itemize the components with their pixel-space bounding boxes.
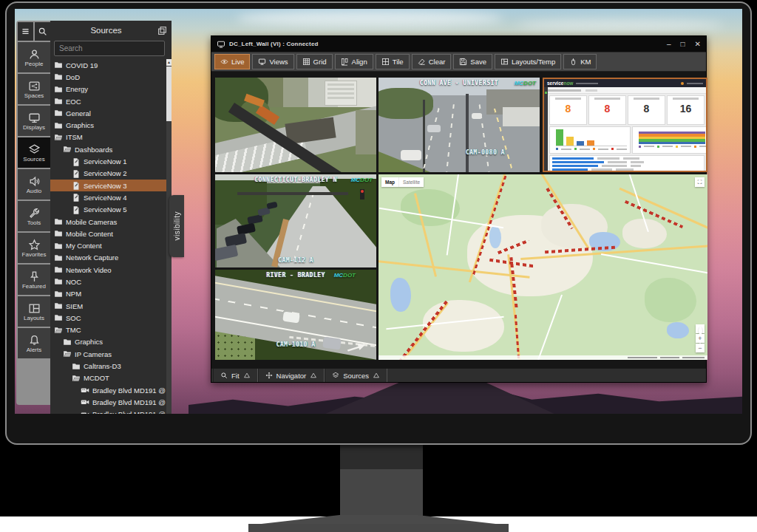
video-tile-servicenow-dashboard[interactable]: servicenow 88816 <box>543 78 707 172</box>
tree-item[interactable]: Caltrans-D3 <box>50 360 172 372</box>
search-button[interactable] <box>35 22 50 41</box>
maximize-button[interactable]: □ <box>681 41 685 48</box>
tree-item[interactable]: EOC <box>50 95 172 107</box>
decorative-shape <box>547 89 581 92</box>
tree-item[interactable]: ServiceNow 5 <box>50 204 172 216</box>
tree-item[interactable]: ServiceNow 4 <box>50 191 172 203</box>
wrench-icon <box>28 207 41 219</box>
traffic-map-tile[interactable]: Map Satellite ⛶ + − <box>378 174 707 360</box>
tree-item[interactable]: Graphics <box>50 119 172 131</box>
statusbar-fit-button[interactable]: Fit <box>213 369 258 382</box>
tree-item-label: TMC <box>66 326 81 334</box>
collapse-triangle-icon[interactable] <box>243 372 251 379</box>
tree-item[interactable]: Bradley Blvd MD191 @ Con... <box>50 384 172 396</box>
scrollbar-thumb[interactable] <box>166 66 172 121</box>
sidebar-item-displays[interactable]: Displays <box>18 106 50 136</box>
sidebar-item-featured[interactable]: Featured <box>18 265 50 295</box>
sidebar-item-audio[interactable]: Audio <box>18 169 50 200</box>
visibility-tab[interactable]: visibility <box>169 195 184 257</box>
tree-item-label: ITSM <box>66 133 83 141</box>
tree-item-label: EOC <box>66 98 81 106</box>
tree-item[interactable]: Network Capture <box>50 252 172 264</box>
toolbar-live-button[interactable]: Live <box>214 54 250 69</box>
sidebar-item-alerts[interactable]: Alerts <box>18 328 50 358</box>
tree-item[interactable]: COVID 19 <box>50 59 172 71</box>
map-button[interactable]: Map <box>381 177 398 187</box>
tree-item[interactable]: Graphics <box>50 336 172 348</box>
folder-icon <box>54 301 63 310</box>
statusbar-navigator-button[interactable]: Navigator <box>258 369 325 382</box>
folder-icon <box>63 338 72 347</box>
video-tile-connecticut-bradley[interactable]: CONNECTICUT-BRADLEY N MCDOT CAM-112 A <box>215 174 376 267</box>
close-button[interactable]: ✕ <box>695 41 701 48</box>
kpi-value: 8 <box>644 103 650 115</box>
tree-item[interactable]: SOC <box>50 312 172 324</box>
tree-item[interactable]: NOC <box>50 276 172 287</box>
sidebar-item-people[interactable]: People <box>18 42 50 72</box>
kpi-card: 16 <box>667 95 705 125</box>
collapse-triangle-icon[interactable] <box>310 372 317 379</box>
tree-item[interactable]: NPM <box>50 288 172 300</box>
tree-item[interactable]: TMC <box>50 324 172 336</box>
tree-item-label: Graphics <box>66 121 94 129</box>
menu-button[interactable] <box>18 22 33 41</box>
toolbar-align-button[interactable]: Align <box>335 54 373 69</box>
toolbar-km-button[interactable]: KM <box>563 54 597 69</box>
tree-item[interactable]: IP Cameras <box>50 348 172 360</box>
camera-icon <box>81 398 89 406</box>
sidebar-item-spaces[interactable]: Spaces <box>18 74 50 104</box>
video-tile-aerial-train[interactable] <box>215 78 376 172</box>
servicenow-header: servicenow <box>544 79 706 87</box>
decorative-shape <box>552 165 702 167</box>
tree-item[interactable]: ServiceNow 3 <box>50 180 172 191</box>
search-input[interactable] <box>54 41 165 56</box>
toolbar-clear-button[interactable]: Clear <box>412 54 452 69</box>
toolbar-layouts-temp-button[interactable]: Layouts/Temp <box>495 54 561 69</box>
window-title: DC_Left_Wall (VI) : Connected <box>229 41 657 47</box>
tree-item[interactable]: SIEM <box>50 300 172 312</box>
collapse-triangle-icon[interactable] <box>373 372 380 379</box>
tree-item[interactable]: Bradley Blvd MD191 @ Wi... <box>50 409 172 414</box>
toolbar-tile-button[interactable]: Tile <box>376 54 410 69</box>
sidebar-item-favorites[interactable]: Favorites <box>18 233 50 263</box>
tree-item[interactable]: DoD <box>50 71 172 83</box>
tree-item[interactable]: Dashboards <box>50 143 172 155</box>
video-tile-river-bradley[interactable]: RIVER - BRADLEY MCDOT CAM-1010 A <box>215 270 376 360</box>
sidebar-item-layouts[interactable]: Layouts <box>18 296 50 327</box>
toolbar-save-button[interactable]: Save <box>453 54 492 69</box>
toolbar-views-button[interactable]: Views <box>252 54 293 69</box>
sidebar-item-tools[interactable]: Tools <box>18 201 50 231</box>
servicenow-dashboard-body: 88816 <box>548 94 706 171</box>
tree-item[interactable]: Energy <box>50 83 172 95</box>
servicenow-logo: servicenow <box>547 79 573 87</box>
video-tile-conn-ave[interactable]: CONN AVE - UNIVERSIT MCDOT CAM-0080 A <box>378 78 540 172</box>
zoom-in-button[interactable]: + <box>696 334 705 343</box>
statusbar-sources-button[interactable]: Sources <box>325 369 387 382</box>
pegman-button[interactable] <box>696 324 705 333</box>
tree-item[interactable]: ServiceNow 1 <box>50 155 172 167</box>
toolbar-grid-button[interactable]: Grid <box>296 54 333 69</box>
tree-item[interactable]: MCDOT <box>50 372 172 384</box>
tree-item[interactable]: ITSM <box>50 132 172 143</box>
minimize-button[interactable]: – <box>667 41 671 48</box>
zoom-out-button[interactable]: − <box>696 344 705 352</box>
tree-item[interactable]: ServiceNow 2 <box>50 168 172 180</box>
decorative-shape <box>657 146 659 148</box>
tree-item-label: Bradley Blvd MD191 @ Con... <box>92 386 172 395</box>
tree-item[interactable]: General <box>50 107 172 119</box>
satellite-button[interactable]: Satellite <box>398 177 424 187</box>
map-fullscreen-button[interactable]: ⛶ <box>695 177 705 187</box>
tree-item[interactable]: Mobile Content <box>50 228 172 239</box>
tree-item[interactable]: Network Video <box>50 264 172 276</box>
tree-item[interactable]: Mobile Cameras <box>50 216 172 228</box>
decorative-shape <box>593 148 595 150</box>
tree-item[interactable]: My Content <box>50 239 172 251</box>
duplicate-panel-icon[interactable] <box>157 26 167 35</box>
decorative-shape <box>574 148 577 150</box>
kpi-card: 8 <box>549 95 587 125</box>
incident-bar-chart <box>549 126 631 154</box>
tree-item[interactable]: Bradley Blvd MD191 @ Rive... <box>50 396 172 408</box>
sidebar-item-sources[interactable]: Sources <box>18 137 50 168</box>
scrollbar-up-arrow[interactable]: ▲ <box>166 59 172 66</box>
tree-item-label: Bradley Blvd MD191 @ Wi... <box>92 410 172 414</box>
